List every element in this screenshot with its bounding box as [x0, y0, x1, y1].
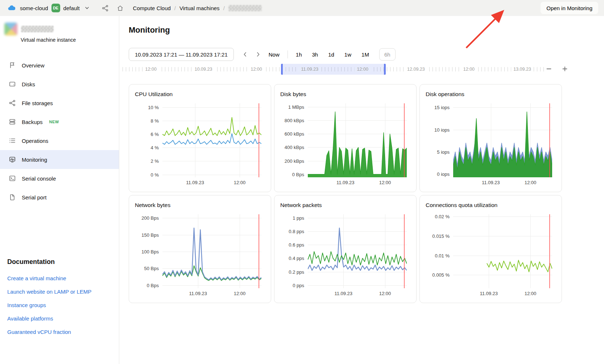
vm-avatar-row — [4, 22, 113, 36]
x-axis-label: 12:00 — [234, 291, 246, 296]
y-axis: 0.02 %0.015 %0.01 %0.005 % — [425, 214, 453, 288]
sidebar-item-label: Disks — [22, 81, 35, 87]
series-line-net-packets-blue — [308, 228, 407, 270]
monitoring-icon — [9, 156, 16, 163]
y-axis-label: 10 % — [148, 105, 159, 110]
y-axis-label: 0.6 pps — [289, 242, 304, 248]
x-axis-label: 12:00 — [379, 291, 391, 296]
zoom-in-icon[interactable] — [560, 65, 569, 73]
chart-card-network-bytes: Network bytes 200 Bps150 Bps100 Bps50 Bp… — [129, 195, 271, 303]
y-axis-label: 0.005 % — [432, 272, 450, 278]
console-icon — [9, 175, 16, 182]
y-axis-label: 8 % — [151, 118, 159, 124]
doc-link-available-platforms[interactable]: Available platforms — [7, 312, 113, 325]
controls-divider — [287, 50, 288, 58]
breadcrumb-compute-cloud[interactable]: Compute Cloud — [133, 5, 171, 11]
plot-area: 11.09.2312:00 — [308, 103, 407, 177]
y-axis-label: 2 % — [151, 158, 159, 164]
services-nodes-icon[interactable] — [100, 3, 110, 13]
range-button-1M[interactable]: 1M — [361, 51, 369, 58]
y-axis-label: 0 Bps — [292, 171, 304, 177]
x-axis-label: 11.09.23 — [186, 180, 204, 185]
sidebar-item-overview[interactable]: Overview — [0, 56, 119, 75]
plot-area: 11.09.2312:00 — [162, 103, 261, 177]
sidebar-item-label: Serial console — [22, 175, 56, 182]
chart-body: 15 iops10 iops5 iops0 iops 11.09.2312:00 — [425, 103, 557, 177]
next-range-button[interactable] — [253, 49, 264, 60]
doc-link-create-vm[interactable]: Create a virtual machine — [7, 272, 113, 285]
range-button-1d[interactable]: 1d — [328, 51, 334, 58]
y-axis-label: 0.2 pps — [289, 269, 304, 274]
folder-name[interactable]: default — [63, 5, 80, 11]
new-badge: NEW — [49, 120, 59, 124]
sidebar-item-serial-console[interactable]: Serial console — [0, 169, 119, 188]
range-button-1h[interactable]: 1h — [296, 51, 302, 58]
timeline-label: 11.09.23 — [298, 67, 321, 72]
y-axis-label: 150 Bps — [141, 232, 159, 237]
prev-range-button[interactable] — [240, 49, 251, 60]
brand-group: some-cloud DE default — [6, 3, 91, 13]
y-axis-label: 0.4 pps — [289, 256, 304, 261]
documentation-links: Create a virtual machine Launch website … — [7, 272, 113, 339]
chart-card-disk-operations: Disk operations 15 iops10 iops5 iops0 io… — [419, 84, 562, 192]
doc-link-lamp-lemp[interactable]: Launch website on LAMP or LEMP — [7, 285, 113, 298]
chart-body: 10 %8 %6 %4 %2 %0 % 11.09.2312:00 — [134, 103, 266, 177]
sidebar-item-file-storages[interactable]: File storages — [0, 94, 119, 112]
sidebar-item-operations[interactable]: Operations — [0, 131, 119, 150]
series-line-cpu-green — [162, 117, 261, 136]
sidebar-item-serial-port[interactable]: Serial port — [0, 188, 119, 207]
charts-grid: CPU Utilization 10 %8 %6 %4 %2 %0 % 11.0… — [129, 84, 562, 303]
zoom-controls — [545, 65, 569, 73]
open-in-monitoring-button[interactable]: Open in Monitoring — [541, 2, 598, 14]
breadcrumb-virtual-machines[interactable]: Virtual machines — [179, 5, 220, 11]
topbar-icons — [100, 3, 125, 13]
chart-title: Network bytes — [135, 202, 266, 208]
now-button[interactable]: Now — [269, 51, 280, 58]
chart-title: Connections quota utilization — [426, 202, 557, 208]
x-axis-label: 12:00 — [525, 291, 537, 296]
y-axis-label: 0 iops — [437, 171, 450, 177]
chart-body: 1 pps0.8 pps0.6 pps0.4 pps0.2 pps0 pps 1… — [280, 214, 411, 288]
breadcrumb-separator: / — [174, 5, 176, 11]
plot-area: 11.09.2312:00 — [453, 103, 552, 177]
sidebar-item-disks[interactable]: Disks — [0, 75, 119, 94]
org-badge: DE — [51, 4, 60, 12]
folder-chevron-down-icon[interactable] — [83, 4, 91, 12]
chart-canvas — [162, 214, 261, 288]
y-axis-label: 0 Bps — [147, 282, 159, 288]
custom-range-chip[interactable]: 6h — [379, 48, 396, 61]
y-axis-label: 800 kBps — [285, 118, 304, 123]
y-axis-label: 5 iops — [437, 149, 450, 154]
home-icon[interactable] — [115, 3, 125, 13]
sidebar-item-label: File storages — [22, 100, 53, 106]
doc-link-instance-groups[interactable]: Instance groups — [7, 298, 113, 312]
sidebar-item-backups[interactable]: Backups NEW — [0, 112, 119, 131]
series-line-net-bytes-blue — [162, 228, 261, 280]
chart-title: Disk bytes — [280, 91, 411, 98]
chart-canvas — [453, 214, 552, 288]
chart-card-connections-quota: Connections quota utilization 0.02 %0.01… — [419, 195, 562, 303]
date-range-input[interactable]: 10.09.2023 17:21 — 11.09.2023 17:21 — [129, 48, 234, 61]
zoom-out-icon[interactable] — [545, 65, 553, 73]
y-axis-label: 0.02 % — [435, 214, 450, 219]
plot-area: 11.09.2312:00 — [162, 214, 261, 288]
range-button-1w[interactable]: 1w — [344, 51, 351, 58]
x-axis-label: 11.09.23 — [334, 291, 352, 296]
y-axis-label: 15 iops — [434, 105, 450, 110]
y-axis: 200 Bps150 Bps100 Bps50 Bps0 Bps — [134, 214, 162, 288]
timeline-label: 12:00 — [248, 67, 264, 72]
y-axis-label: 100 Bps — [141, 249, 159, 254]
chart-body: 200 Bps150 Bps100 Bps50 Bps0 Bps 11.09.2… — [134, 214, 266, 288]
x-axis-label: 11.09.23 — [482, 180, 500, 185]
sidebar-item-monitoring[interactable]: Monitoring — [0, 150, 119, 169]
timeline-label: 12:00 — [143, 67, 159, 72]
topbar: some-cloud DE default Compute Cloud / Vi… — [0, 0, 604, 16]
y-axis: 1 MBps800 kBps600 kBps400 kBps200 kBps0 … — [280, 103, 308, 177]
doc-link-vcpu-fraction[interactable]: Guaranteed vCPU fraction — [7, 325, 113, 339]
x-axis-label: 11.09.23 — [189, 291, 207, 296]
timeline-label: 13.09.23 — [511, 67, 534, 72]
chart-title: CPU Utilization — [135, 91, 266, 98]
timeline[interactable]: 12:0010.09.2312:0011.09.2312:0012.09.231… — [123, 64, 546, 75]
range-button-3h[interactable]: 3h — [312, 51, 318, 58]
timeline-label: 12:00 — [461, 67, 477, 72]
